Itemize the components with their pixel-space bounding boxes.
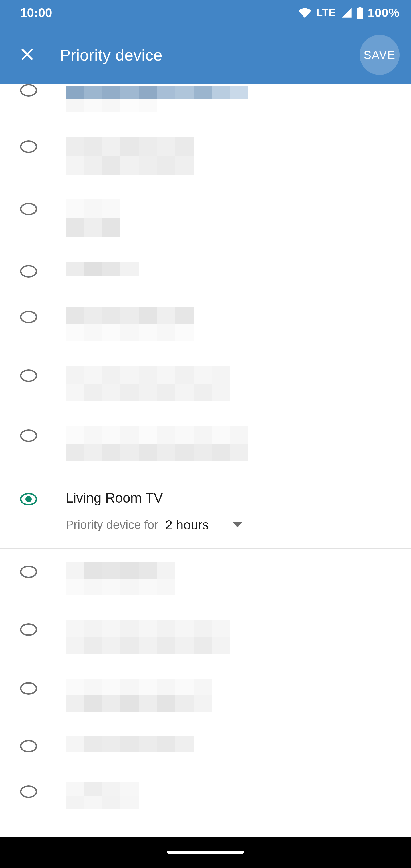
- redacted-label: [66, 562, 400, 595]
- priority-duration-value: 2 hours: [165, 517, 209, 532]
- redacted-label: [66, 426, 400, 461]
- list-item[interactable]: [0, 186, 411, 248]
- page-title: Priority device: [60, 46, 162, 64]
- radio-button[interactable]: [20, 265, 37, 278]
- redacted-label: [66, 620, 400, 654]
- device-name: Living Room TV: [66, 490, 400, 506]
- redacted-label: [66, 736, 400, 752]
- redacted-label: [66, 137, 400, 175]
- list-item[interactable]: [0, 248, 411, 294]
- radio-button-selected[interactable]: [20, 493, 37, 505]
- app-bar: Priority device SAVE: [0, 26, 411, 84]
- list-item[interactable]: [0, 607, 411, 665]
- battery-icon: [356, 6, 364, 19]
- list-item[interactable]: [0, 549, 411, 607]
- list-item[interactable]: [0, 84, 411, 124]
- radio-button[interactable]: [20, 203, 37, 215]
- radio-button[interactable]: [20, 84, 37, 96]
- signal-icon: [341, 7, 352, 19]
- battery-pct: 100%: [368, 6, 400, 20]
- redacted-label: [66, 679, 400, 712]
- priority-caption: Priority device for: [66, 518, 158, 532]
- system-nav-bar: [0, 837, 411, 868]
- save-button[interactable]: SAVE: [360, 35, 400, 75]
- list-item[interactable]: [0, 769, 411, 809]
- network-label: LTE: [316, 7, 336, 19]
- radio-button[interactable]: [20, 369, 37, 382]
- save-button-label: SAVE: [363, 49, 396, 61]
- redacted-label: [66, 86, 400, 112]
- radio-button[interactable]: [20, 311, 37, 323]
- radio-button[interactable]: [20, 566, 37, 578]
- list-item[interactable]: [0, 723, 411, 769]
- redacted-label: [66, 307, 400, 341]
- home-indicator[interactable]: [167, 851, 244, 854]
- radio-button[interactable]: [20, 740, 37, 752]
- list-item[interactable]: [0, 294, 411, 353]
- list-item[interactable]: [0, 665, 411, 723]
- list-item[interactable]: [0, 124, 411, 186]
- radio-button[interactable]: [20, 785, 37, 798]
- status-bar: 10:00 LTE 100%: [0, 0, 411, 26]
- status-time: 10:00: [20, 6, 52, 20]
- list-item-selected[interactable]: Living Room TV Priority device for 2 hou…: [0, 473, 411, 549]
- redacted-label: [66, 199, 400, 237]
- redacted-label: [66, 782, 400, 809]
- wifi-icon: [298, 6, 311, 19]
- list-item[interactable]: [0, 413, 411, 473]
- radio-button[interactable]: [20, 623, 37, 636]
- close-button[interactable]: [17, 45, 37, 65]
- redacted-label: [66, 366, 400, 401]
- radio-button[interactable]: [20, 141, 37, 153]
- redacted-label: [66, 261, 400, 276]
- device-list: Living Room TV Priority device for 2 hou…: [0, 84, 411, 809]
- chevron-down-icon[interactable]: [233, 522, 242, 527]
- list-item[interactable]: [0, 353, 411, 413]
- status-indicators: LTE 100%: [298, 6, 400, 20]
- radio-button[interactable]: [20, 682, 37, 695]
- close-icon: [19, 46, 35, 63]
- radio-button[interactable]: [20, 429, 37, 442]
